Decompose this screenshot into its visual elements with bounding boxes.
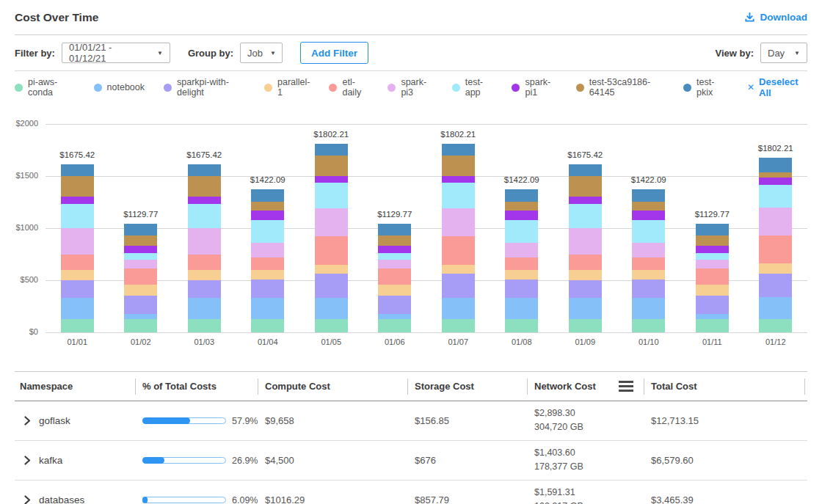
bar-segment-sparkpi-with-delight[interactable] xyxy=(124,296,157,314)
column-header-namespace[interactable]: Namespace xyxy=(15,372,135,401)
bar-segment-parallel-1[interactable] xyxy=(188,270,221,280)
bar-segment-spark-pi3[interactable] xyxy=(251,243,284,257)
bar-segment-spark-pi1[interactable] xyxy=(505,211,538,219)
bar-segment-sparkpi-with-delight[interactable] xyxy=(569,280,602,298)
bar-segment-test-pkix[interactable] xyxy=(315,144,348,156)
hamburger-icon[interactable] xyxy=(619,381,633,392)
stacked-bar-01/10[interactable]: $1422.09 xyxy=(632,189,665,332)
chevron-right-icon[interactable] xyxy=(24,456,31,465)
bar-segment-sparkpi-with-delight[interactable] xyxy=(188,280,221,298)
legend-item-test-pkix[interactable]: test-pkix xyxy=(683,77,725,98)
bar-segment-pi-aws-conda[interactable] xyxy=(696,319,729,333)
bar-segment-test-app[interactable] xyxy=(442,183,475,209)
bar-segment-pi-aws-conda[interactable] xyxy=(251,319,284,333)
table-row-goflask[interactable]: goflask57.9%$9,658$156.85$2,898.30304,72… xyxy=(15,401,807,441)
bar-segment-pi-aws-conda[interactable] xyxy=(569,319,602,333)
bar-segment-sparkpi-with-delight[interactable] xyxy=(759,274,792,297)
bar-segment-test-53ca9186-64145[interactable] xyxy=(505,202,538,211)
bar-segment-sparkpi-with-delight[interactable] xyxy=(315,274,348,298)
table-row-databases[interactable]: databases6.09%$1016.29$857.79$1,591.3110… xyxy=(15,481,807,504)
bar-segment-notebook[interactable] xyxy=(188,298,221,318)
bar-segment-spark-pi3[interactable] xyxy=(315,208,348,236)
legend-item-parallel-1[interactable]: parallel-1 xyxy=(264,77,310,98)
bar-segment-spark-pi1[interactable] xyxy=(315,176,348,183)
column-header-network-cost[interactable]: Network Cost xyxy=(527,372,644,401)
bar-segment-spark-pi1[interactable] xyxy=(378,246,411,253)
bar-segment-spark-pi1[interactable] xyxy=(759,178,792,186)
bar-segment-parallel-1[interactable] xyxy=(124,285,157,296)
bar-segment-test-app[interactable] xyxy=(505,220,538,244)
bar-segment-test-pkix[interactable] xyxy=(61,164,94,176)
bar-segment-spark-pi1[interactable] xyxy=(569,197,602,204)
group-by-select[interactable]: Job ▼ xyxy=(240,43,283,63)
stacked-bar-01/08[interactable]: $1422.09 xyxy=(505,189,538,332)
bar-segment-notebook[interactable] xyxy=(569,298,602,318)
legend-item-pi-aws-conda[interactable]: pi-aws-conda xyxy=(15,77,75,98)
bar-segment-spark-pi3[interactable] xyxy=(124,260,157,269)
date-range-select[interactable]: 01/01/21 - 01/12/21 ▼ xyxy=(62,43,170,63)
bar-segment-parallel-1[interactable] xyxy=(505,270,538,279)
bar-segment-test-app[interactable] xyxy=(188,204,221,228)
bar-segment-test-pkix[interactable] xyxy=(251,189,284,201)
bar-segment-test-53ca9186-64145[interactable] xyxy=(442,156,475,176)
bar-segment-spark-pi3[interactable] xyxy=(61,228,94,255)
column-header-total-cost[interactable]: Total Cost xyxy=(644,372,807,401)
bar-segment-pi-aws-conda[interactable] xyxy=(759,319,792,333)
bar-segment-etl-daily[interactable] xyxy=(696,269,729,285)
bar-segment-notebook[interactable] xyxy=(251,298,284,318)
legend-item-spark-pi3[interactable]: spark-pi3 xyxy=(388,77,432,98)
bar-segment-test-pkix[interactable] xyxy=(378,224,411,235)
bar-segment-test-app[interactable] xyxy=(759,185,792,208)
stacked-bar-01/11[interactable]: $1129.77 xyxy=(696,224,729,332)
bar-segment-spark-pi1[interactable] xyxy=(188,197,221,204)
legend-item-etl-daily[interactable]: etl-daily xyxy=(329,77,368,98)
bar-segment-spark-pi3[interactable] xyxy=(378,260,411,269)
bar-segment-sparkpi-with-delight[interactable] xyxy=(505,280,538,299)
bar-segment-sparkpi-with-delight[interactable] xyxy=(61,280,94,298)
bar-segment-spark-pi1[interactable] xyxy=(61,197,94,204)
bar-segment-test-app[interactable] xyxy=(632,220,665,244)
bar-segment-etl-daily[interactable] xyxy=(124,269,157,285)
legend-item-test-app[interactable]: test-app xyxy=(452,77,493,98)
bar-segment-parallel-1[interactable] xyxy=(632,270,665,279)
bar-segment-notebook[interactable] xyxy=(315,298,348,318)
bar-segment-notebook[interactable] xyxy=(505,298,538,318)
bar-segment-etl-daily[interactable] xyxy=(632,258,665,271)
bar-segment-spark-pi3[interactable] xyxy=(759,208,792,235)
bar-segment-sparkpi-with-delight[interactable] xyxy=(442,274,475,298)
bar-segment-test-pkix[interactable] xyxy=(188,164,221,176)
bar-segment-spark-pi1[interactable] xyxy=(442,176,475,183)
chevron-right-icon[interactable] xyxy=(24,416,31,426)
bar-segment-pi-aws-conda[interactable] xyxy=(188,319,221,333)
bar-segment-sparkpi-with-delight[interactable] xyxy=(696,296,729,314)
bar-segment-test-app[interactable] xyxy=(124,253,157,260)
bar-segment-parallel-1[interactable] xyxy=(378,285,411,296)
bar-segment-notebook[interactable] xyxy=(61,298,94,318)
bar-segment-spark-pi3[interactable] xyxy=(188,228,221,255)
legend-item-test-53ca9186-64145[interactable]: test-53ca9186-64145 xyxy=(576,77,664,98)
bar-segment-etl-daily[interactable] xyxy=(569,255,602,270)
stacked-bar-01/05[interactable]: $1802.21 xyxy=(315,144,348,332)
stacked-bar-01/02[interactable]: $1129.77 xyxy=(124,224,157,332)
stacked-bar-01/03[interactable]: $1675.42 xyxy=(188,164,221,332)
bar-segment-spark-pi3[interactable] xyxy=(632,243,665,257)
bar-segment-test-pkix[interactable] xyxy=(505,189,538,201)
bar-segment-pi-aws-conda[interactable] xyxy=(505,319,538,333)
bar-segment-parallel-1[interactable] xyxy=(251,270,284,279)
bar-segment-test-pkix[interactable] xyxy=(442,144,475,156)
stacked-bar-01/12[interactable]: $1802.21 xyxy=(759,158,792,332)
bar-segment-pi-aws-conda[interactable] xyxy=(61,319,94,333)
bar-segment-test-app[interactable] xyxy=(696,253,729,260)
legend-item-sparkpi-with-delight[interactable]: sparkpi-with-delight xyxy=(164,77,245,98)
bar-segment-test-pkix[interactable] xyxy=(759,158,792,172)
bar-segment-test-53ca9186-64145[interactable] xyxy=(569,176,602,197)
bar-segment-test-app[interactable] xyxy=(251,220,284,244)
bar-segment-test-pkix[interactable] xyxy=(632,189,665,201)
bar-segment-pi-aws-conda[interactable] xyxy=(315,319,348,333)
bar-segment-test-53ca9186-64145[interactable] xyxy=(188,176,221,197)
bar-segment-etl-daily[interactable] xyxy=(442,236,475,264)
bar-segment-test-53ca9186-64145[interactable] xyxy=(315,156,348,176)
view-by-select[interactable]: Day ▼ xyxy=(760,43,807,63)
bar-segment-pi-aws-conda[interactable] xyxy=(378,319,411,333)
stacked-bar-01/01[interactable]: $1675.42 xyxy=(61,164,94,332)
